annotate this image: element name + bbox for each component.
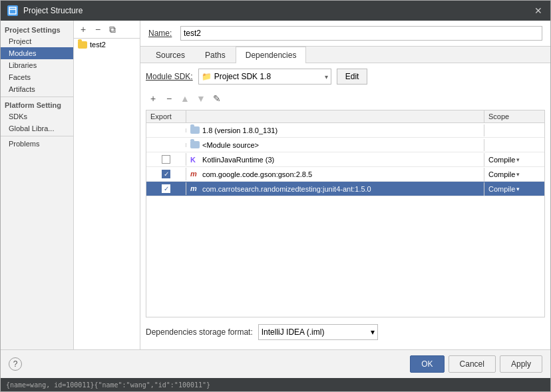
scope-cell bbox=[484, 128, 544, 132]
storage-format-row: Dependencies storage format: IntelliJ ID… bbox=[146, 320, 545, 344]
name-row: Name: bbox=[140, 21, 550, 47]
project-structure-dialog: Project Structure ✕ Project Settings Pro… bbox=[0, 0, 551, 392]
name-cell: <Module source> bbox=[186, 139, 484, 151]
scope-arrow[interactable]: ▾ bbox=[516, 156, 520, 163]
tab-bar: Sources Paths Dependencies bbox=[140, 47, 550, 63]
sidebar-divider-1 bbox=[1, 97, 73, 97]
module-list: + − ⧉ test2 bbox=[74, 21, 140, 349]
export-col-header: Export bbox=[146, 110, 186, 122]
table-row[interactable]: <Module source> bbox=[146, 138, 544, 152]
maven-icon: m bbox=[190, 170, 200, 179]
remove-dep-button[interactable]: − bbox=[162, 91, 176, 106]
sidebar-item-sdks[interactable]: SDKs bbox=[1, 110, 73, 122]
ok-button[interactable]: OK bbox=[410, 355, 444, 373]
export-checkbox[interactable]: ✓ bbox=[162, 170, 170, 178]
module-list-toolbar: + − ⧉ bbox=[74, 21, 140, 39]
name-cell: K KotlinJavaRuntime (3) bbox=[186, 153, 484, 166]
scope-cell: Compile ▾ bbox=[484, 183, 544, 195]
export-cell bbox=[146, 153, 186, 166]
dep-toolbar: + − ▲ ▼ ✎ bbox=[146, 90, 545, 107]
sidebar-item-problems[interactable]: Problems bbox=[1, 138, 73, 150]
sdk-row: Module SDK: 📁 Project SDK 1.8 ▾ Edit bbox=[146, 69, 545, 85]
export-cell bbox=[146, 128, 186, 132]
app-icon bbox=[7, 5, 18, 16]
sidebar-item-project[interactable]: Project bbox=[1, 35, 73, 47]
project-settings-label: Project Settings bbox=[1, 23, 73, 35]
sidebar-item-modules[interactable]: Modules bbox=[1, 47, 73, 59]
main-content: Project Settings Project Modules Librari… bbox=[1, 21, 550, 349]
maven-icon: m bbox=[190, 184, 200, 194]
help-button[interactable]: ? bbox=[9, 357, 22, 371]
folder-icon bbox=[190, 126, 200, 134]
storage-dropdown-arrow: ▾ bbox=[371, 327, 375, 337]
export-checkbox[interactable] bbox=[162, 155, 170, 164]
add-dep-button[interactable]: + bbox=[146, 91, 160, 106]
table-row[interactable]: K KotlinJavaRuntime (3) Compile ▾ bbox=[146, 152, 544, 167]
name-col-header bbox=[186, 110, 484, 122]
scope-col-header: Scope bbox=[484, 110, 544, 122]
scope-arrow[interactable]: ▾ bbox=[516, 171, 520, 178]
add-module-button[interactable]: + bbox=[77, 23, 90, 36]
sdk-folder-icon: 📁 bbox=[202, 72, 212, 81]
edit-sdk-button[interactable]: Edit bbox=[337, 69, 368, 85]
sidebar-divider-2 bbox=[1, 136, 73, 136]
table-row[interactable]: 1.8 (version 1.8.0_131) bbox=[146, 123, 544, 138]
export-cell: ✓ bbox=[146, 168, 186, 180]
export-cell: ✓ bbox=[146, 182, 186, 195]
scope-cell bbox=[484, 143, 544, 147]
folder-icon bbox=[78, 41, 87, 49]
move-down-dep-button[interactable]: ▼ bbox=[194, 91, 208, 106]
sdk-value: Project SDK 1.8 bbox=[214, 72, 271, 81]
title-bar: Project Structure ✕ bbox=[1, 1, 550, 21]
dep-table-container: Export Scope 1.8 (version 1.8.0_131) bbox=[146, 110, 545, 317]
storage-format-label: Dependencies storage format: bbox=[146, 327, 253, 337]
export-cell bbox=[146, 143, 186, 147]
name-cell: m com.carrotsearch.randomizedtesting:jun… bbox=[186, 182, 484, 196]
kotlin-icon: K bbox=[190, 155, 200, 164]
name-label: Name: bbox=[148, 29, 175, 38]
sidebar-item-global-libs[interactable]: Global Libra... bbox=[1, 122, 73, 134]
copy-module-button[interactable]: ⧉ bbox=[106, 23, 119, 36]
scope-cell: Compile ▾ bbox=[484, 154, 544, 166]
status-text: {name=wang, id=100011}{"name":"wang","id… bbox=[6, 381, 210, 389]
tab-sources[interactable]: Sources bbox=[146, 47, 195, 63]
remove-module-button[interactable]: − bbox=[91, 23, 104, 36]
module-list-item[interactable]: test2 bbox=[74, 39, 140, 51]
scope-arrow[interactable]: ▾ bbox=[516, 186, 520, 192]
scope-cell: Compile ▾ bbox=[484, 168, 544, 180]
sdk-dropdown-arrow: ▾ bbox=[325, 73, 328, 81]
sidebar-item-libraries[interactable]: Libraries bbox=[1, 59, 73, 71]
table-row[interactable]: ✓ m com.carrotsearch.randomizedtesting:j… bbox=[146, 182, 544, 196]
sidebar: Project Settings Project Modules Librari… bbox=[1, 21, 74, 349]
sidebar-item-artifacts[interactable]: Artifacts bbox=[1, 83, 73, 95]
name-input[interactable] bbox=[180, 26, 542, 41]
close-button[interactable]: ✕ bbox=[533, 5, 544, 16]
name-cell: m com.google.code.gson:gson:2.8.5 bbox=[186, 168, 484, 181]
tab-dependencies[interactable]: Dependencies bbox=[236, 47, 307, 63]
module-sdk-label: Module SDK: bbox=[146, 72, 193, 81]
cancel-button[interactable]: Cancel bbox=[449, 355, 496, 373]
export-checkbox[interactable]: ✓ bbox=[162, 184, 170, 193]
apply-button[interactable]: Apply bbox=[500, 355, 542, 373]
title-bar-left: Project Structure bbox=[7, 5, 83, 16]
bottom-bar: ? OK Cancel Apply bbox=[1, 349, 550, 378]
storage-format-value: IntelliJ IDEA (.iml) bbox=[262, 327, 325, 337]
storage-format-dropdown[interactable]: IntelliJ IDEA (.iml) ▾ bbox=[258, 324, 378, 340]
table-row[interactable]: ✓ m com.google.code.gson:gson:2.8.5 Comp… bbox=[146, 167, 544, 182]
dep-table-header: Export Scope bbox=[146, 110, 544, 123]
svg-rect-0 bbox=[9, 7, 16, 14]
move-up-dep-button[interactable]: ▲ bbox=[178, 91, 192, 106]
folder-icon bbox=[190, 141, 200, 148]
tab-paths[interactable]: Paths bbox=[195, 47, 236, 63]
name-cell: 1.8 (version 1.8.0_131) bbox=[186, 124, 484, 136]
right-panel: Name: Sources Paths Dependencies Mo bbox=[140, 21, 550, 349]
platform-settings-label: Platform Setting bbox=[1, 98, 73, 110]
module-sdk-dropdown[interactable]: 📁 Project SDK 1.8 ▾ bbox=[198, 69, 331, 85]
sidebar-item-facets[interactable]: Facets bbox=[1, 71, 73, 83]
dependencies-panel: Module SDK: 📁 Project SDK 1.8 ▾ Edit + −… bbox=[140, 63, 550, 349]
status-bar: {name=wang, id=100011}{"name":"wang","id… bbox=[1, 378, 550, 391]
edit-dep-button[interactable]: ✎ bbox=[210, 91, 224, 106]
dialog-title: Project Structure bbox=[23, 6, 83, 15]
